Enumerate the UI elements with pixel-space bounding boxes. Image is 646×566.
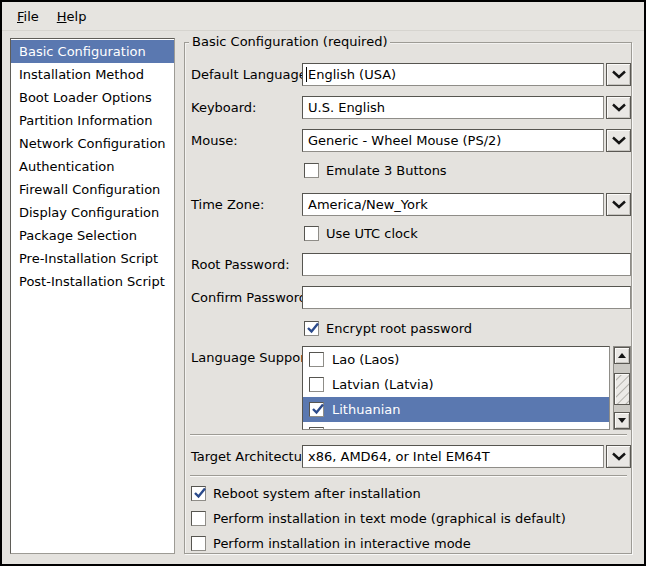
chevron-down-icon bbox=[611, 70, 627, 79]
menu-file-rest: ile bbox=[24, 9, 39, 24]
default-language-value: English (USA) bbox=[308, 67, 396, 82]
language-option-latvian-latvia[interactable]: Latvian (Latvia) bbox=[303, 372, 609, 397]
time-zone-combobox[interactable]: America/New_York bbox=[302, 193, 631, 216]
language-option-checkbox[interactable] bbox=[309, 402, 324, 417]
language-option-macedonian[interactable]: Macedonian bbox=[303, 422, 609, 430]
language-option-label: Lao (Laos) bbox=[332, 352, 399, 367]
chevron-down-icon bbox=[611, 103, 627, 112]
checkmark-icon bbox=[305, 320, 321, 336]
chevron-down-icon bbox=[611, 200, 627, 209]
language-option-label: Latvian (Latvia) bbox=[332, 377, 434, 392]
language-option-checkbox[interactable] bbox=[309, 352, 324, 367]
reboot-checkbox[interactable] bbox=[191, 486, 206, 501]
confirm-password-label: Confirm Password: bbox=[191, 286, 311, 309]
emulate-3-buttons-checkbox-row[interactable]: Emulate 3 Buttons bbox=[304, 162, 447, 179]
time-zone-dropdown-button[interactable] bbox=[606, 193, 631, 216]
mouse-dropdown-button[interactable] bbox=[606, 129, 631, 152]
scroll-down-button[interactable] bbox=[614, 412, 630, 429]
emulate-3-buttons-checkbox[interactable] bbox=[304, 163, 319, 178]
sidebar-item-display-configuration[interactable]: Display Configuration bbox=[11, 201, 174, 224]
arrow-down-icon bbox=[618, 418, 626, 423]
default-language-entry[interactable]: English (USA) bbox=[302, 63, 604, 86]
language-option-lao-laos[interactable]: Lao (Laos) bbox=[303, 347, 609, 372]
use-utc-label: Use UTC clock bbox=[326, 226, 418, 241]
section-list: Basic ConfigurationInstallation MethodBo… bbox=[10, 38, 175, 554]
target-architecture-value: x86, AMD64, or Intel EM64T bbox=[308, 449, 490, 464]
language-support-scrollbar[interactable] bbox=[613, 346, 631, 430]
language-option-label: Macedonian bbox=[332, 427, 411, 430]
interactive-mode-checkbox-row[interactable]: Perform installation in interactive mode bbox=[191, 535, 471, 552]
text-mode-label: Perform installation in text mode (graph… bbox=[213, 511, 566, 526]
language-option-label: Lithuanian bbox=[332, 402, 400, 417]
sidebar-item-post-installation-script[interactable]: Post-Installation Script bbox=[11, 270, 174, 293]
scrollbar-thumb[interactable] bbox=[614, 373, 630, 405]
separator bbox=[190, 475, 627, 477]
root-password-field[interactable] bbox=[302, 253, 631, 276]
reboot-label: Reboot system after installation bbox=[213, 486, 421, 501]
text-mode-checkbox-row[interactable]: Perform installation in text mode (graph… bbox=[191, 510, 566, 527]
sidebar-item-firewall-configuration[interactable]: Firewall Configuration bbox=[11, 178, 174, 201]
language-support-label: Language Support: bbox=[191, 346, 315, 369]
target-architecture-entry[interactable]: x86, AMD64, or Intel EM64T bbox=[302, 445, 604, 468]
kickstart-configurator-window: File Help Basic ConfigurationInstallatio… bbox=[0, 0, 646, 566]
sidebar-item-network-configuration[interactable]: Network Configuration bbox=[11, 132, 174, 155]
emulate-3-buttons-label: Emulate 3 Buttons bbox=[326, 163, 447, 178]
sidebar-item-installation-method[interactable]: Installation Method bbox=[11, 63, 174, 86]
checkmark-icon bbox=[192, 485, 208, 501]
default-language-combobox[interactable]: English (USA) bbox=[302, 63, 631, 86]
default-language-label: Default Language: bbox=[191, 63, 311, 86]
menu-help-rest: elp bbox=[67, 9, 87, 24]
mouse-combobox[interactable]: Generic - Wheel Mouse (PS/2) bbox=[302, 129, 631, 152]
target-architecture-dropdown-button[interactable] bbox=[606, 445, 631, 468]
use-utc-checkbox[interactable] bbox=[304, 226, 319, 241]
use-utc-checkbox-row[interactable]: Use UTC clock bbox=[304, 225, 418, 242]
keyboard-combobox[interactable]: U.S. English bbox=[302, 96, 631, 119]
menu-help[interactable]: Help bbox=[48, 5, 96, 28]
root-password-label: Root Password: bbox=[191, 253, 290, 276]
keyboard-value: U.S. English bbox=[308, 100, 385, 115]
default-language-dropdown-button[interactable] bbox=[606, 63, 631, 86]
language-option-checkbox[interactable] bbox=[309, 377, 324, 392]
language-option-checkbox[interactable] bbox=[309, 427, 324, 430]
encrypt-password-label: Encrypt root password bbox=[326, 321, 472, 336]
encrypt-password-checkbox[interactable] bbox=[304, 321, 319, 336]
language-support-list[interactable]: Lao (Laos)Latvian (Latvia)LithuanianMace… bbox=[302, 346, 610, 430]
mouse-entry[interactable]: Generic - Wheel Mouse (PS/2) bbox=[302, 129, 604, 152]
sidebar-item-authentication[interactable]: Authentication bbox=[11, 155, 174, 178]
target-architecture-combobox[interactable]: x86, AMD64, or Intel EM64T bbox=[302, 445, 631, 468]
chevron-down-icon bbox=[611, 136, 627, 145]
target-architecture-label: Target Architecture: bbox=[191, 445, 319, 468]
basic-configuration-panel: Basic Configuration (required) Default L… bbox=[184, 42, 632, 554]
mouse-value: Generic - Wheel Mouse (PS/2) bbox=[308, 133, 501, 148]
text-cursor bbox=[306, 67, 307, 82]
menu-help-accel: H bbox=[57, 9, 67, 24]
checkmark-icon bbox=[310, 401, 326, 417]
menu-bar: File Help bbox=[2, 2, 644, 31]
separator bbox=[190, 434, 627, 436]
text-mode-checkbox[interactable] bbox=[191, 511, 206, 526]
language-option-lithuanian[interactable]: Lithuanian bbox=[303, 397, 609, 422]
interactive-mode-label: Perform installation in interactive mode bbox=[213, 536, 471, 551]
sidebar-item-boot-loader-options[interactable]: Boot Loader Options bbox=[11, 86, 174, 109]
sidebar-item-pre-installation-script[interactable]: Pre-Installation Script bbox=[11, 247, 174, 270]
confirm-password-field[interactable] bbox=[302, 286, 631, 309]
keyboard-entry[interactable]: U.S. English bbox=[302, 96, 604, 119]
sidebar-item-basic-configuration[interactable]: Basic Configuration bbox=[11, 40, 174, 63]
chevron-down-icon bbox=[611, 452, 627, 461]
time-zone-value: America/New_York bbox=[308, 197, 428, 212]
time-zone-label: Time Zone: bbox=[191, 193, 264, 216]
frame-title: Basic Configuration (required) bbox=[189, 34, 390, 49]
keyboard-label: Keyboard: bbox=[191, 96, 257, 119]
mouse-label: Mouse: bbox=[191, 129, 238, 152]
sidebar-item-partition-information[interactable]: Partition Information bbox=[11, 109, 174, 132]
time-zone-entry[interactable]: America/New_York bbox=[302, 193, 604, 216]
encrypt-password-checkbox-row[interactable]: Encrypt root password bbox=[304, 320, 472, 337]
arrow-up-icon bbox=[618, 353, 626, 358]
scroll-up-button[interactable] bbox=[614, 347, 630, 364]
menu-file[interactable]: File bbox=[8, 5, 48, 28]
interactive-mode-checkbox[interactable] bbox=[191, 536, 206, 551]
reboot-checkbox-row[interactable]: Reboot system after installation bbox=[191, 485, 421, 502]
sidebar-item-package-selection[interactable]: Package Selection bbox=[11, 224, 174, 247]
keyboard-dropdown-button[interactable] bbox=[606, 96, 631, 119]
